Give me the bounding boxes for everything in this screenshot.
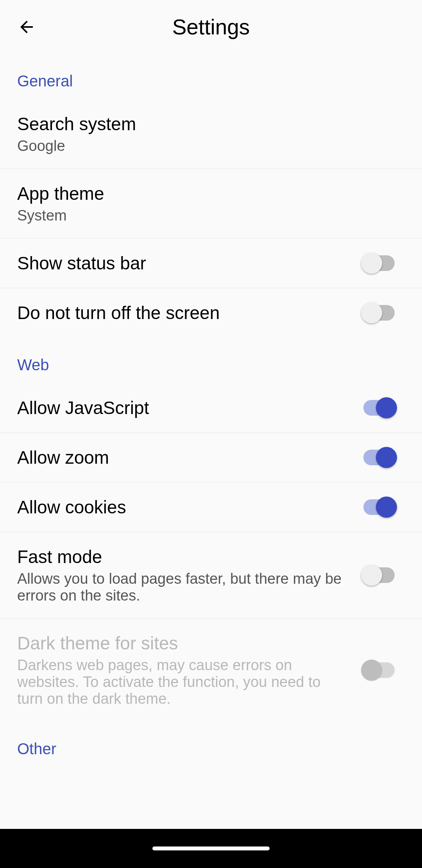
setting-allow-javascript[interactable]: Allow JavaScript <box>0 386 422 433</box>
toggle-allow-javascript[interactable] <box>363 400 395 416</box>
settings-list[interactable]: General Search system Google App theme S… <box>0 54 422 829</box>
setting-title: Allow cookies <box>17 497 348 518</box>
setting-title: Allow zoom <box>17 447 348 468</box>
setting-description: Allows you to load pages faster, but the… <box>17 570 348 604</box>
app-bar: Settings <box>0 0 422 54</box>
setting-title: App theme <box>17 183 405 204</box>
toggle-show-status-bar[interactable] <box>363 255 395 271</box>
setting-value: Google <box>17 138 405 154</box>
page-title: Settings <box>45 14 377 39</box>
arrow-back-icon <box>17 18 36 36</box>
setting-keep-screen-on[interactable]: Do not turn off the screen <box>0 288 422 337</box>
gesture-handle[interactable] <box>152 846 270 850</box>
setting-app-theme[interactable]: App theme System <box>0 169 422 239</box>
setting-search-system[interactable]: Search system Google <box>0 102 422 169</box>
toggle-allow-zoom[interactable] <box>363 450 395 465</box>
section-header-other: Other <box>0 721 422 770</box>
toggle-dark-theme-sites <box>363 662 395 678</box>
back-button[interactable] <box>8 8 45 46</box>
toggle-keep-screen-on[interactable] <box>363 305 395 321</box>
system-nav-bar <box>0 829 422 868</box>
setting-title: Show status bar <box>17 253 348 274</box>
setting-allow-zoom[interactable]: Allow zoom <box>0 433 422 482</box>
toggle-fast-mode[interactable] <box>363 567 395 583</box>
setting-allow-cookies[interactable]: Allow cookies <box>0 482 422 532</box>
setting-title: Do not turn off the screen <box>17 302 348 323</box>
setting-fast-mode[interactable]: Fast mode Allows you to load pages faste… <box>0 532 422 619</box>
toggle-allow-cookies[interactable] <box>363 499 395 515</box>
setting-description: Darkens web pages, may cause errors on w… <box>17 657 348 707</box>
section-header-web: Web <box>0 337 422 386</box>
setting-show-status-bar[interactable]: Show status bar <box>0 239 422 288</box>
setting-dark-theme-sites: Dark theme for sites Darkens web pages, … <box>0 619 422 721</box>
section-header-general: General <box>0 54 422 102</box>
setting-title: Fast mode <box>17 546 348 567</box>
setting-title: Dark theme for sites <box>17 633 348 654</box>
setting-value: System <box>17 207 405 224</box>
setting-title: Allow JavaScript <box>17 397 348 418</box>
setting-title: Search system <box>17 113 405 135</box>
